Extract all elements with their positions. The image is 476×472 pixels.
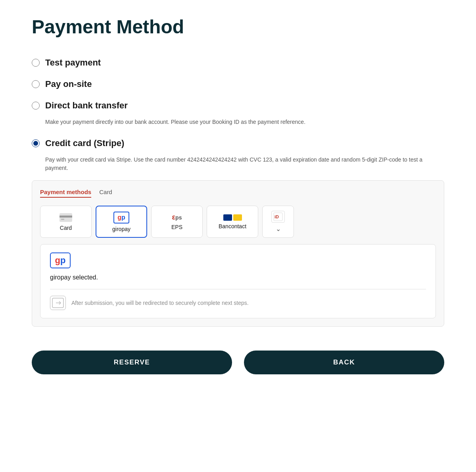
redirect-icon	[50, 296, 66, 310]
footer-buttons: RESERVE BACK	[32, 351, 444, 374]
payment-option-test[interactable]: Test payment	[32, 52, 444, 73]
stripe-widget: Payment methods Card Card gp	[32, 180, 444, 327]
back-button[interactable]: BACK	[244, 351, 444, 374]
label-pay-on-site: Pay on-site	[45, 79, 92, 89]
payment-option-on-site[interactable]: Pay on-site	[32, 73, 444, 95]
redirect-text: After submission, you will be redirected…	[71, 300, 249, 306]
tab-card[interactable]: Card	[99, 189, 112, 198]
label-credit-card: Credit card (Stripe)	[45, 138, 124, 148]
giropay-selected-text: giropay selected.	[50, 274, 426, 281]
payment-methods-grid: Card gp giropay εps EPS	[40, 206, 436, 238]
bancontact-icon	[223, 214, 242, 221]
payment-option-bank-transfer[interactable]: Direct bank transfer	[32, 95, 444, 116]
label-bank-transfer: Direct bank transfer	[45, 100, 128, 111]
redirect-info: After submission, you will be redirected…	[50, 289, 426, 310]
radio-bank-transfer[interactable]	[32, 102, 40, 110]
stripe-tabs: Payment methods Card	[40, 189, 436, 198]
giropay-logo-icon: gp	[50, 252, 71, 268]
credit-card-description: Pay with your credit card via Stripe. Us…	[45, 156, 434, 172]
payment-option-credit-card[interactable]: Credit card (Stripe)	[32, 133, 444, 154]
payment-options-container: Test payment Pay on-site Direct bank tra…	[32, 52, 444, 327]
pm-giropay-label: giropay	[112, 226, 131, 232]
pm-giropay[interactable]: gp giropay	[96, 206, 147, 238]
label-test-payment: Test payment	[45, 58, 101, 68]
pm-eps[interactable]: εps EPS	[151, 206, 203, 238]
giropay-small-logo: gp	[113, 212, 129, 223]
giropay-selected-box: gp giropay selected. After submission, y…	[40, 244, 436, 318]
pm-eps-label: EPS	[171, 224, 182, 230]
tab-payment-methods[interactable]: Payment methods	[40, 189, 91, 198]
pm-more-button[interactable]: iD ⌄	[262, 206, 294, 238]
ideal-icon: iD	[271, 211, 285, 223]
pm-card-label: Card	[60, 225, 72, 231]
eps-icon: εps	[172, 213, 182, 222]
giropay-logo-large: gp	[50, 252, 426, 268]
radio-credit-card[interactable]	[32, 139, 40, 147]
radio-pay-on-site[interactable]	[32, 80, 40, 88]
pm-bancontact-label: Bancontact	[219, 223, 246, 229]
svg-text:iD: iD	[274, 214, 279, 219]
page-title: Payment Method	[32, 16, 444, 38]
pm-bancontact[interactable]: Bancontact	[207, 206, 258, 238]
more-chevron: ⌄	[276, 225, 281, 233]
radio-test-payment[interactable]	[32, 59, 40, 67]
bank-transfer-description: Make your payment directly into our bank…	[45, 118, 444, 126]
svg-rect-2	[61, 219, 64, 220]
card-icon	[60, 213, 72, 222]
svg-rect-1	[60, 216, 72, 218]
reserve-button[interactable]: RESERVE	[32, 351, 232, 374]
pm-card[interactable]: Card	[40, 206, 92, 238]
